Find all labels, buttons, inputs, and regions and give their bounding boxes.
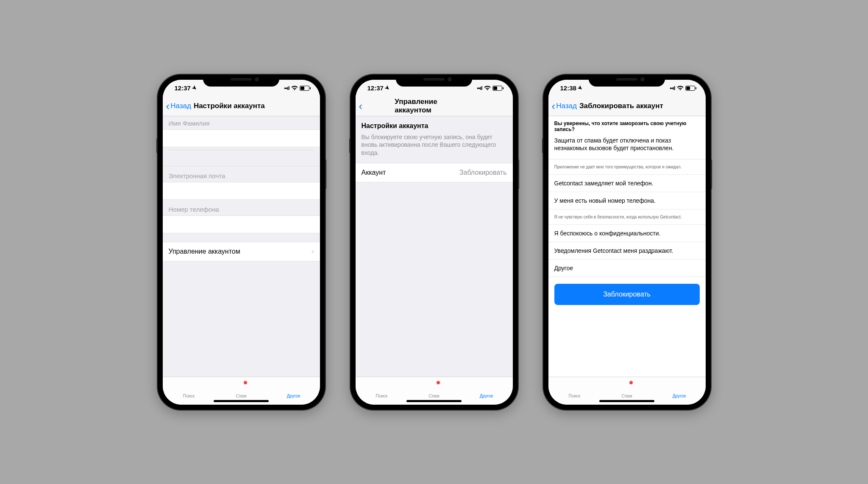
tab-label: Другое: [287, 394, 300, 398]
svg-rect-11: [503, 87, 504, 89]
location-arrow-icon: ➤: [191, 84, 198, 92]
reason-item[interactable]: Я не чувствую себя в безопасности, когда…: [548, 210, 706, 225]
svg-rect-20: [696, 87, 696, 89]
reason-item[interactable]: Другое: [548, 260, 706, 277]
chevron-left-icon: ‹: [552, 101, 556, 112]
notch: [203, 75, 279, 87]
badge-dot: [243, 380, 248, 385]
screen: 12:37 ➤ ‹ Управление аккаунтом Настройки…: [356, 80, 513, 405]
tab-label: Другое: [480, 394, 493, 398]
phone-mockup-1: 12:37 ➤ ‹ Назад Настройки аккаунта Имя Ф…: [158, 75, 325, 410]
status-time: 12:38: [560, 84, 576, 92]
block-button[interactable]: Заблокировать: [554, 284, 700, 305]
reason-item[interactable]: Getcontact замедляет мой телефон.: [548, 175, 706, 192]
badge-dot: [436, 380, 440, 385]
email-field[interactable]: [163, 182, 320, 200]
svg-rect-10: [493, 87, 497, 90]
phone-label: Номер телефона: [163, 200, 320, 215]
back-label: Назад: [170, 102, 191, 110]
email-label: Электронная почта: [163, 166, 320, 182]
home-indicator[interactable]: [599, 400, 654, 402]
tab-search[interactable]: Поиск: [548, 377, 601, 405]
info-text: Защита от спама будет отключена и показ …: [548, 134, 706, 159]
screen: 12:37 ➤ ‹ Назад Настройки аккаунта Имя Ф…: [163, 80, 320, 405]
name-field[interactable]: [163, 129, 320, 147]
svg-rect-1: [300, 87, 304, 90]
back-button[interactable]: ‹ Назад: [552, 101, 577, 112]
status-time: 12:37: [367, 84, 384, 92]
chevron-left-icon: ‹: [166, 101, 170, 112]
location-arrow-icon: ➤: [384, 84, 391, 92]
account-row[interactable]: Аккаунт Заблокировать: [356, 163, 513, 182]
phone-mockup-3: 12:38 ➤ ‹ Назад Заблокировать аккаунт Вы…: [543, 75, 711, 410]
back-button[interactable]: ‹: [359, 101, 364, 112]
signal-icon: [670, 85, 675, 91]
row-value: Заблокировать: [459, 169, 507, 176]
nav-bar: ‹ Назад Заблокировать аккаунт: [548, 97, 706, 116]
section-description: Вы блокируете свою учетную запись, она б…: [356, 133, 513, 163]
svg-rect-2: [310, 87, 311, 89]
reason-item[interactable]: Я беспокоюсь о конфиденциальности.: [548, 225, 706, 242]
back-button[interactable]: ‹ Назад: [166, 101, 191, 112]
reason-item[interactable]: У меня есть новый номер телефона.: [548, 192, 706, 210]
section-heading: Настройки аккаунта: [356, 116, 513, 133]
row-label: Аккаунт: [362, 169, 386, 176]
page-title: Управление аккаунтом: [395, 98, 473, 115]
screen: 12:38 ➤ ‹ Назад Заблокировать аккаунт Вы…: [548, 80, 706, 405]
phone-field[interactable]: [163, 215, 320, 233]
phone-mockup-2: 12:37 ➤ ‹ Управление аккаунтом Настройки…: [351, 75, 518, 410]
manage-account-label: Управление аккаунтом: [169, 248, 240, 255]
tab-label: Поиск: [568, 394, 580, 398]
reason-item[interactable]: Приложение не дает мне того преимущества…: [548, 159, 706, 175]
battery-icon: [300, 86, 311, 91]
home-indicator[interactable]: [214, 400, 269, 402]
tab-label: Спам: [236, 394, 246, 398]
chevron-right-icon: ›: [312, 247, 314, 256]
tab-label: Поиск: [183, 394, 195, 398]
nav-bar: ‹ Назад Настройки аккаунта: [163, 97, 320, 116]
tab-label: Поиск: [376, 394, 387, 398]
manage-account-row[interactable]: Управление аккаунтом ›: [163, 242, 320, 261]
location-arrow-icon: ➤: [576, 84, 584, 92]
svg-rect-19: [686, 87, 690, 90]
tab-search[interactable]: Поиск: [356, 377, 408, 405]
confirm-question: Вы уверенны, что хотите заморозить свою …: [548, 116, 706, 134]
tab-label: Спам: [428, 394, 439, 398]
notch: [396, 75, 472, 87]
name-label: Имя Фамилия: [163, 116, 320, 129]
tab-other[interactable]: Другое: [460, 377, 513, 405]
battery-icon: [685, 86, 696, 91]
page-title: Заблокировать аккаунт: [579, 102, 663, 110]
content: Имя Фамилия Электронная почта Номер теле…: [163, 116, 320, 377]
reason-item[interactable]: Уведомления Getcontact меня раздражают.: [548, 242, 706, 260]
tab-other[interactable]: Другое: [653, 377, 706, 405]
wifi-icon: [677, 86, 684, 91]
content: Настройки аккаунта Вы блокируете свою уч…: [356, 116, 513, 377]
back-label: Назад: [556, 102, 577, 110]
tab-search[interactable]: Поиск: [163, 377, 215, 405]
nav-bar: ‹ Управление аккаунтом: [356, 97, 513, 116]
signal-icon: [477, 85, 482, 91]
tab-label: Другое: [673, 394, 686, 398]
tab-label: Спам: [621, 394, 632, 398]
badge-dot: [629, 380, 633, 385]
notch: [589, 75, 665, 87]
wifi-icon: [291, 86, 298, 91]
wifi-icon: [484, 86, 491, 91]
signal-icon: [284, 85, 289, 91]
status-time: 12:37: [175, 84, 191, 92]
home-indicator[interactable]: [406, 400, 462, 402]
battery-icon: [492, 86, 504, 91]
content: Вы уверенны, что хотите заморозить свою …: [548, 116, 706, 377]
page-title: Настройки аккаунта: [194, 102, 265, 110]
tab-other[interactable]: Другое: [267, 377, 320, 405]
reason-list: Приложение не дает мне того преимущества…: [548, 159, 706, 277]
chevron-left-icon: ‹: [359, 101, 363, 112]
